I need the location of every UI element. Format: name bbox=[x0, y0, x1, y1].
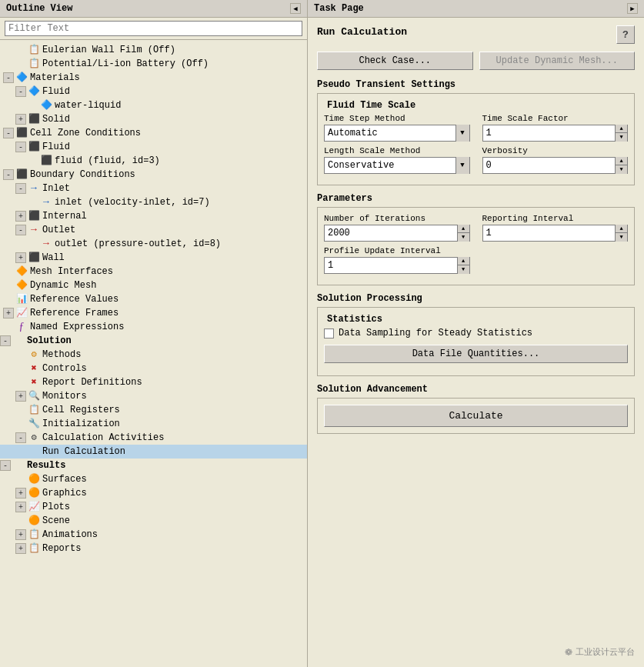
verbosity-down[interactable]: ▼ bbox=[616, 165, 627, 174]
materials-expand[interactable]: - bbox=[3, 72, 14, 83]
time-scale-factor-up[interactable]: ▲ bbox=[616, 125, 627, 133]
profile-update-up[interactable]: ▲ bbox=[458, 257, 469, 265]
time-step-method-dropdown[interactable]: Automatic ▼ bbox=[324, 125, 470, 142]
tree-item-wall[interactable]: + ⬛ Wall bbox=[0, 251, 307, 265]
verbosity-spinner[interactable]: 0 ▲ ▼ bbox=[482, 157, 629, 174]
boundary-label: Boundary Conditions bbox=[30, 169, 135, 180]
reference-frames-label: Reference Frames bbox=[30, 308, 118, 318]
calc-activities-expand[interactable]: - bbox=[15, 432, 26, 443]
cell-zones-icon: ⬛ bbox=[15, 127, 28, 139]
monitors-expand[interactable]: + bbox=[15, 391, 26, 402]
inlet-label: Inlet bbox=[42, 183, 70, 194]
tree-item-scene[interactable]: 🟠 Scene bbox=[0, 514, 307, 528]
tree-item-reports[interactable]: + 📋 Reports bbox=[0, 542, 307, 555]
solid-mat-expand[interactable]: + bbox=[15, 114, 26, 125]
num-iter-spinner[interactable]: 2000 ▲ ▼ bbox=[324, 225, 470, 242]
tree-item-fluid-mat[interactable]: - 🔷 Fluid bbox=[0, 85, 307, 98]
reporting-interval-down[interactable]: ▼ bbox=[616, 233, 627, 242]
fluid-mat-expand[interactable]: - bbox=[15, 86, 26, 97]
plots-label: Plots bbox=[42, 502, 70, 512]
tree-item-eulerian[interactable]: 📋 Eulerian Wall Film (Off) bbox=[0, 43, 307, 57]
reporting-interval-spinner[interactable]: 1 ▲ ▼ bbox=[482, 225, 629, 242]
run-calculation-label: Run Calculation bbox=[42, 446, 125, 457]
tree-item-dynamic-mesh[interactable]: 🔶 Dynamic Mesh bbox=[0, 278, 307, 292]
profile-update-down[interactable]: ▼ bbox=[458, 265, 469, 274]
tree-item-graphics[interactable]: + 🟠 Graphics bbox=[0, 486, 307, 500]
inlet-vi7-icon: → bbox=[40, 196, 52, 208]
tree-item-named-expressions[interactable]: ƒ Named Expressions bbox=[0, 320, 307, 334]
tree-item-run-calculation[interactable]: Run Calculation bbox=[0, 445, 307, 459]
tree-item-outlet[interactable]: - → Outlet bbox=[0, 223, 307, 237]
profile-update-spinner[interactable]: 1 ▲ ▼ bbox=[324, 257, 470, 274]
fluid-cz-expand[interactable]: - bbox=[15, 142, 26, 152]
tree-item-materials[interactable]: - 🔷 Materials bbox=[0, 71, 307, 85]
tree-item-methods[interactable]: ⚙ Methods bbox=[0, 348, 307, 362]
tree-item-internal[interactable]: + ⬛ Internal bbox=[0, 209, 307, 223]
tree-item-potential[interactable]: 📋 Potential/Li-ion Battery (Off) bbox=[0, 57, 307, 71]
outlet-expand[interactable]: - bbox=[15, 225, 26, 235]
boundary-expand[interactable]: - bbox=[3, 169, 14, 180]
results-expand[interactable]: - bbox=[0, 460, 11, 471]
reports-expand[interactable]: + bbox=[15, 543, 26, 554]
tree-item-fluid-cz[interactable]: - ⬛ Fluid bbox=[0, 140, 307, 154]
collapse-panel-button[interactable]: ◀ bbox=[290, 3, 301, 14]
reference-frames-expand[interactable]: + bbox=[3, 308, 14, 318]
tree-item-outlet-po8[interactable]: → outlet (pressure-outlet, id=8) bbox=[0, 237, 307, 251]
verbosity-up[interactable]: ▲ bbox=[616, 157, 627, 165]
collapse-task-panel-button[interactable]: ▶ bbox=[627, 3, 638, 14]
tree-item-results[interactable]: - Results bbox=[0, 459, 307, 472]
time-scale-factor-spinner[interactable]: 1 ▲ ▼ bbox=[482, 125, 629, 142]
length-scale-method-label: Length Scale Method bbox=[324, 146, 470, 155]
tree-item-reference-frames[interactable]: + 📈 Reference Frames bbox=[0, 306, 307, 320]
internal-expand[interactable]: + bbox=[15, 211, 26, 222]
time-scale-factor-down[interactable]: ▼ bbox=[616, 133, 627, 142]
tree-item-initialization[interactable]: 🔧 Initialization bbox=[0, 417, 307, 431]
tree-item-inlet[interactable]: - → Inlet bbox=[0, 182, 307, 195]
dynamic-mesh-label: Dynamic Mesh bbox=[30, 280, 96, 291]
time-step-method-arrow[interactable]: ▼ bbox=[455, 125, 469, 142]
inlet-expand[interactable]: - bbox=[15, 183, 26, 194]
num-iter-down[interactable]: ▼ bbox=[458, 233, 469, 242]
length-scale-method-dropdown[interactable]: Conservative ▼ bbox=[324, 157, 470, 174]
outline-view-title: Outline View bbox=[6, 3, 72, 14]
tree-item-boundary[interactable]: - ⬛ Boundary Conditions bbox=[0, 168, 307, 182]
solution-expand[interactable]: - bbox=[0, 335, 11, 346]
animations-expand[interactable]: + bbox=[15, 529, 26, 540]
num-iter-up[interactable]: ▲ bbox=[458, 225, 469, 233]
length-scale-method-arrow[interactable]: ▼ bbox=[455, 157, 469, 174]
plots-expand[interactable]: + bbox=[15, 502, 26, 512]
tree-item-fluid-id3[interactable]: ⬛ fluid (fluid, id=3) bbox=[0, 154, 307, 168]
tree-item-monitors[interactable]: + 🔍 Monitors bbox=[0, 389, 307, 403]
wall-expand[interactable]: + bbox=[15, 252, 26, 263]
tree-item-inlet-vi7[interactable]: → inlet (velocity-inlet, id=7) bbox=[0, 195, 307, 209]
calculate-button[interactable]: Calculate bbox=[324, 405, 628, 427]
tree-item-cell-zones[interactable]: - ⬛ Cell Zone Conditions bbox=[0, 126, 307, 140]
profile-update-spinner-btns: ▲ ▼ bbox=[457, 257, 469, 274]
tree-item-solution[interactable]: - Solution bbox=[0, 334, 307, 348]
tree-item-reference-values[interactable]: 📊 Reference Values bbox=[0, 292, 307, 306]
calc-activities-icon: ⚙ bbox=[28, 432, 40, 444]
help-button[interactable]: ? bbox=[616, 25, 635, 44]
tree-item-water-liquid[interactable]: 🔷 water-liquid bbox=[0, 98, 307, 112]
graphics-expand[interactable]: + bbox=[15, 488, 26, 499]
tree-item-surfaces[interactable]: 🟠 Surfaces bbox=[0, 472, 307, 486]
data-file-quantities-button[interactable]: Data File Quantities... bbox=[324, 345, 628, 363]
tree-item-controls[interactable]: ✖ Controls bbox=[0, 362, 307, 375]
data-sampling-checkbox[interactable] bbox=[324, 328, 334, 339]
check-case-button[interactable]: Check Case... bbox=[317, 52, 473, 70]
tree-item-calc-activities[interactable]: - ⚙ Calculation Activities bbox=[0, 431, 307, 445]
animations-label: Animations bbox=[42, 529, 98, 540]
tree-item-solid-mat[interactable]: + ⬛ Solid bbox=[0, 112, 307, 126]
parameters-label: Parameters bbox=[317, 193, 635, 204]
tree-item-mesh-interfaces[interactable]: 🔶 Mesh Interfaces bbox=[0, 265, 307, 278]
tree-item-report-defs[interactable]: ✖ Report Definitions bbox=[0, 375, 307, 389]
filter-input[interactable] bbox=[5, 21, 302, 36]
time-step-method-value: Automatic bbox=[325, 126, 455, 140]
tree-item-animations[interactable]: + 📋 Animations bbox=[0, 528, 307, 542]
update-dynamic-mesh-button[interactable]: Update Dynamic Mesh... bbox=[479, 52, 636, 70]
cell-zones-expand[interactable]: - bbox=[3, 128, 14, 138]
reporting-interval-up[interactable]: ▲ bbox=[616, 225, 627, 233]
tree-item-cell-registers[interactable]: 📋 Cell Registers bbox=[0, 403, 307, 417]
time-scale-factor-value: 1 bbox=[483, 126, 616, 140]
tree-item-plots[interactable]: + 📈 Plots bbox=[0, 500, 307, 514]
